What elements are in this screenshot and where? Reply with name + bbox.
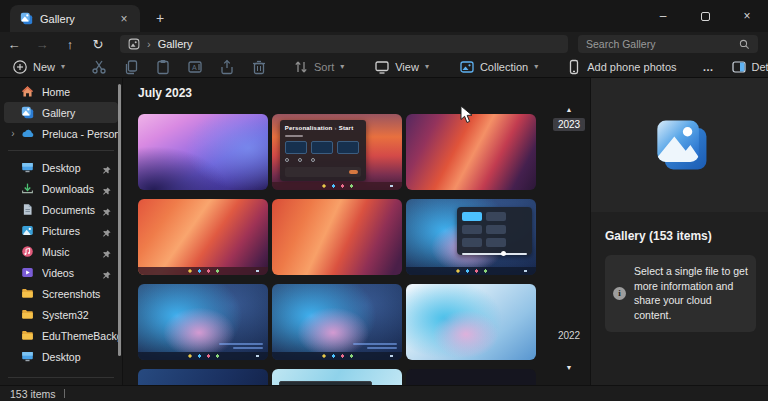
photo-thumbnail[interactable] bbox=[406, 114, 536, 190]
sidebar-item-label: System32 bbox=[42, 309, 118, 321]
sidebar-item-label: Preluca - Personal bbox=[42, 128, 118, 140]
group-header: July 2023 bbox=[138, 86, 192, 100]
up-icon[interactable]: ↑ bbox=[56, 37, 84, 52]
sidebar-item-screenshots[interactable]: Screenshots bbox=[4, 283, 118, 304]
details-button[interactable]: Details bbox=[723, 59, 768, 75]
sidebar-item-label: Gallery bbox=[42, 107, 118, 119]
sidebar-item-gallery[interactable]: Gallery bbox=[4, 102, 118, 123]
sidebar-item-desktop-folder[interactable]: Desktop bbox=[4, 346, 118, 367]
photo-thumbnail[interactable] bbox=[406, 284, 536, 360]
back-icon[interactable]: ← bbox=[0, 37, 28, 52]
share-button[interactable] bbox=[211, 56, 243, 77]
svg-text:A: A bbox=[192, 64, 197, 71]
sidebar-item-home[interactable]: Home bbox=[4, 81, 118, 102]
photo-thumbnail[interactable] bbox=[138, 114, 268, 190]
scroll-down-icon[interactable]: ▼ bbox=[549, 364, 589, 371]
tab-gallery[interactable]: Gallery × bbox=[10, 5, 140, 32]
add-phone-photos-label: Add phone photos bbox=[587, 61, 676, 73]
chevron-down-icon: ▾ bbox=[61, 62, 65, 71]
paste-button[interactable] bbox=[147, 56, 179, 77]
sidebar-item-pictures[interactable]: Pictures bbox=[4, 220, 118, 241]
delete-icon bbox=[251, 59, 267, 75]
thumbnail-taskbar bbox=[138, 352, 268, 360]
photo-thumbnail[interactable] bbox=[138, 199, 268, 275]
copy-button[interactable] bbox=[115, 56, 147, 77]
view-button[interactable]: View ▾ bbox=[366, 56, 437, 77]
phone-icon bbox=[566, 59, 582, 75]
photo-thumbnail[interactable] bbox=[272, 369, 402, 385]
cut-icon bbox=[91, 59, 107, 75]
address-bar-row: ← → ↑ ↻ › Gallery bbox=[0, 32, 768, 56]
sidebar-item-documents[interactable]: Documents bbox=[4, 199, 118, 220]
desktop-icon bbox=[20, 160, 35, 175]
new-label: New bbox=[33, 61, 55, 73]
new-button[interactable]: New ▾ bbox=[4, 56, 73, 77]
photo-thumbnail[interactable] bbox=[272, 199, 402, 275]
timeline-current-year[interactable]: 2023 bbox=[553, 118, 585, 131]
search-box[interactable] bbox=[578, 35, 758, 53]
rename-button[interactable]: A bbox=[179, 56, 211, 77]
gallery-icon bbox=[20, 105, 35, 120]
breadcrumb-chevron-icon: › bbox=[147, 38, 151, 50]
sort-icon bbox=[293, 59, 309, 75]
maximize-button[interactable] bbox=[684, 0, 726, 32]
delete-button[interactable] bbox=[243, 56, 275, 77]
photo-thumbnail[interactable] bbox=[406, 369, 536, 385]
add-phone-photos-button[interactable]: Add phone photos bbox=[558, 56, 684, 77]
thumbnail-taskbar bbox=[406, 267, 536, 275]
sidebar-item-label: Music bbox=[42, 246, 101, 258]
items-count: 153 items bbox=[10, 388, 56, 400]
status-bar: 153 items bbox=[0, 385, 768, 401]
share-icon bbox=[219, 59, 235, 75]
close-button[interactable]: × bbox=[726, 0, 768, 32]
refresh-icon[interactable]: ↻ bbox=[84, 37, 112, 52]
collection-button[interactable]: Collection ▾ bbox=[451, 56, 546, 77]
cut-button[interactable] bbox=[83, 56, 115, 77]
pin-icon bbox=[101, 162, 113, 174]
pin-icon bbox=[101, 267, 113, 279]
sort-button[interactable]: Sort ▾ bbox=[285, 56, 352, 77]
chevron-down-icon: ▾ bbox=[425, 62, 429, 71]
folder-icon bbox=[20, 286, 35, 301]
forward-icon[interactable]: → bbox=[28, 37, 56, 52]
settings-window-overlay: Personalisation›Start bbox=[280, 120, 366, 181]
more-options-button[interactable]: … bbox=[695, 56, 723, 77]
sidebar-item-label: Pictures bbox=[42, 225, 101, 237]
timeline-next-year[interactable]: 2022 bbox=[549, 330, 589, 341]
photo-thumbnail[interactable]: Personalisation›Start bbox=[272, 114, 402, 190]
photo-thumbnail[interactable] bbox=[138, 369, 268, 385]
address-bar[interactable]: › Gallery bbox=[120, 35, 568, 53]
chevron-right-icon[interactable]: › bbox=[8, 128, 18, 139]
timeline-scrubber[interactable]: ▲ 2023 2022 ▼ bbox=[549, 78, 589, 385]
tab-close-icon[interactable]: × bbox=[116, 11, 132, 27]
pin-icon bbox=[101, 183, 113, 195]
new-plus-icon bbox=[12, 59, 28, 75]
sidebar-item-eduthemebackgrounds[interactable]: EduThemeBackgrounds bbox=[4, 325, 118, 346]
info-text: Select a single file to get more informa… bbox=[634, 264, 748, 323]
sidebar-item-desktop[interactable]: Desktop bbox=[4, 157, 118, 178]
insider-watermark bbox=[353, 341, 397, 349]
photo-thumbnail[interactable] bbox=[406, 199, 536, 275]
sidebar-item-onedrive[interactable]: › Preluca - Personal bbox=[4, 123, 118, 144]
collection-icon bbox=[459, 59, 475, 75]
sidebar-item-downloads[interactable]: Downloads bbox=[4, 178, 118, 199]
navigation-pane: Home Gallery › Preluca - Personal bbox=[0, 78, 122, 385]
new-tab-button[interactable]: + bbox=[150, 8, 170, 28]
sidebar-scrollbar[interactable] bbox=[118, 84, 121, 356]
minimize-button[interactable]: – bbox=[642, 0, 684, 32]
photo-thumbnail[interactable] bbox=[272, 284, 402, 360]
settings-title: Personalisation bbox=[285, 125, 333, 131]
tab-title: Gallery bbox=[40, 13, 116, 25]
photo-thumbnail[interactable] bbox=[138, 284, 268, 360]
sidebar-item-music[interactable]: Music bbox=[4, 241, 118, 262]
sidebar-item-videos[interactable]: Videos bbox=[4, 262, 118, 283]
pictures-icon bbox=[20, 223, 35, 238]
scroll-up-icon[interactable]: ▲ bbox=[549, 106, 589, 113]
command-bar: New ▾ A bbox=[0, 56, 768, 78]
sidebar-item-system32[interactable]: System32 bbox=[4, 304, 118, 325]
search-input[interactable] bbox=[586, 38, 739, 50]
search-icon[interactable] bbox=[739, 39, 750, 50]
title-bar: Gallery × + – × bbox=[0, 0, 768, 32]
breadcrumb[interactable]: Gallery bbox=[158, 38, 193, 50]
home-icon bbox=[20, 84, 35, 99]
